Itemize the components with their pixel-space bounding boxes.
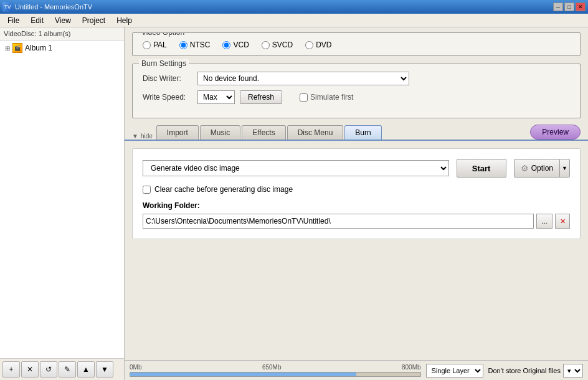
menu-edit[interactable]: Edit bbox=[26, 15, 49, 26]
simulate-label: Simulate first bbox=[310, 93, 353, 102]
format-vcd[interactable]: VCD bbox=[222, 40, 249, 49]
titlebar-controls: ─ □ ✕ bbox=[553, 2, 586, 11]
titlebar-title: TV Untitled - MemoriesOnTV bbox=[2, 2, 92, 12]
burn-settings-title: Burn Settings bbox=[139, 59, 189, 68]
format-pal[interactable]: PAL bbox=[143, 40, 167, 49]
left-panel-header: VideoDisc: 1 album(s) bbox=[0, 27, 124, 40]
progress-container: 0Mb 650Mb 800Mb bbox=[130, 364, 421, 377]
generate-row: Generate video disc image Burn to disc G… bbox=[143, 159, 570, 178]
move-down-button[interactable]: ▼ bbox=[96, 361, 113, 378]
tree-item-album[interactable]: ⊞ 🎬 Album 1 bbox=[0, 40, 124, 55]
menu-project[interactable]: Project bbox=[77, 15, 110, 26]
add-button[interactable]: + bbox=[2, 361, 20, 378]
menubar: File Edit View Project Help bbox=[0, 14, 588, 27]
option-dropdown-arrow[interactable]: ▼ bbox=[560, 159, 570, 178]
start-button[interactable]: Start bbox=[457, 159, 506, 178]
album-label: Album 1 bbox=[25, 44, 52, 52]
menu-view[interactable]: View bbox=[50, 15, 76, 26]
write-speed-row: Write Speed: Max Refresh Simulate first bbox=[143, 90, 570, 104]
remove-button[interactable]: ✕ bbox=[21, 361, 39, 378]
tab-content: Generate video disc image Burn to disc G… bbox=[125, 140, 588, 360]
refresh-button[interactable]: Refresh bbox=[240, 90, 282, 104]
clear-cache-checkbox[interactable] bbox=[143, 186, 151, 194]
minimize-button[interactable]: ─ bbox=[553, 2, 563, 11]
undo-button[interactable]: ↺ bbox=[40, 361, 57, 378]
tab-strip: ▼ hide Import Music Effects Disc Menu Bu… bbox=[125, 121, 588, 140]
edit-button[interactable]: ✎ bbox=[59, 361, 76, 378]
menu-help[interactable]: Help bbox=[111, 15, 137, 26]
video-option-content: PAL NTSC VCD SVCD bbox=[133, 33, 580, 55]
folder-path-input[interactable] bbox=[143, 214, 534, 229]
left-toolbar: + ✕ ↺ ✎ ▲ ▼ bbox=[0, 358, 124, 380]
progress-labels: 0Mb 650Mb 800Mb bbox=[130, 364, 421, 371]
progress-label-end: 800Mb bbox=[402, 364, 421, 371]
dont-store-row: Don't store Original files ▾ bbox=[488, 364, 583, 378]
format-svcd[interactable]: SVCD bbox=[262, 40, 293, 49]
vcd-radio[interactable] bbox=[222, 41, 230, 49]
clear-cache-row: Clear cache before generating disc image bbox=[143, 185, 570, 194]
menu-file[interactable]: File bbox=[2, 15, 24, 26]
pal-radio[interactable] bbox=[143, 41, 151, 49]
svcd-radio[interactable] bbox=[262, 41, 270, 49]
ntsc-label: NTSC bbox=[190, 40, 211, 49]
clear-path-button[interactable]: ✕ bbox=[555, 214, 570, 229]
write-speed-select[interactable]: Max bbox=[197, 90, 235, 104]
window-title: Untitled - MemoriesOnTV bbox=[15, 3, 92, 11]
clear-cache-label: Clear cache before generating disc image bbox=[154, 185, 293, 194]
simulate-checkbox[interactable] bbox=[300, 93, 308, 102]
svcd-label: SVCD bbox=[272, 40, 293, 49]
format-dvd[interactable]: DVD bbox=[305, 40, 331, 49]
tab-disc-menu[interactable]: Disc Menu bbox=[287, 125, 344, 140]
progress-label-start: 0Mb bbox=[130, 364, 141, 371]
write-speed-label: Write Speed: bbox=[143, 93, 192, 102]
dont-store-label: Don't store Original files bbox=[488, 367, 561, 374]
ntsc-radio[interactable] bbox=[179, 41, 187, 49]
disc-writer-label: Disc Writer: bbox=[143, 74, 192, 83]
close-button[interactable]: ✕ bbox=[576, 2, 586, 11]
right-panel: Video Option PAL NTSC VCD bbox=[125, 27, 588, 380]
dvd-radio[interactable] bbox=[305, 41, 313, 49]
vcd-label: VCD bbox=[233, 40, 249, 49]
move-up-button[interactable]: ▲ bbox=[77, 361, 95, 378]
disc-writer-select[interactable]: No device found. bbox=[197, 72, 409, 85]
format-ntsc[interactable]: NTSC bbox=[179, 40, 211, 49]
expand-icon: ⊞ bbox=[5, 45, 10, 52]
option-btn-group: ⚙ Option ▼ bbox=[514, 159, 570, 178]
main-layout: VideoDisc: 1 album(s) ⊞ 🎬 Album 1 + ✕ ↺ … bbox=[0, 27, 588, 380]
album-icon: 🎬 bbox=[12, 43, 22, 53]
burn-tab-content: Generate video disc image Burn to disc G… bbox=[132, 148, 581, 239]
option-button[interactable]: ⚙ Option bbox=[514, 159, 560, 178]
tab-import[interactable]: Import bbox=[156, 125, 199, 140]
browse-button[interactable]: ... bbox=[536, 214, 552, 229]
dont-store-select[interactable]: ▾ bbox=[563, 364, 583, 378]
pal-label: PAL bbox=[153, 40, 167, 49]
app-icon: TV bbox=[2, 2, 12, 12]
status-bar: 0Mb 650Mb 800Mb Single Layer Dual Layer … bbox=[125, 360, 588, 380]
preview-button[interactable]: Preview bbox=[530, 125, 581, 140]
generate-select[interactable]: Generate video disc image Burn to disc G… bbox=[143, 160, 449, 176]
option-label: Option bbox=[531, 164, 553, 173]
progress-track bbox=[130, 372, 421, 377]
video-option-group: Video Option PAL NTSC VCD bbox=[132, 32, 581, 56]
simulate-row: Simulate first bbox=[300, 93, 353, 102]
hide-label[interactable]: hide bbox=[141, 133, 153, 140]
dvd-label: DVD bbox=[316, 40, 331, 49]
tab-music[interactable]: Music bbox=[200, 125, 240, 140]
maximize-button[interactable]: □ bbox=[564, 2, 574, 11]
tab-effects[interactable]: Effects bbox=[242, 125, 285, 140]
titlebar: TV Untitled - MemoriesOnTV ─ □ ✕ bbox=[0, 0, 588, 14]
tab-burn[interactable]: Burn bbox=[344, 125, 381, 140]
working-folder-label: Working Folder: bbox=[143, 201, 570, 210]
layer-select[interactable]: Single Layer Dual Layer bbox=[426, 364, 483, 378]
video-format-group: PAL NTSC VCD SVCD bbox=[143, 40, 570, 49]
progress-label-mid: 650Mb bbox=[262, 364, 282, 371]
burn-settings-group: Burn Settings Disc Writer: No device fou… bbox=[132, 64, 581, 118]
gear-icon: ⚙ bbox=[521, 163, 529, 173]
disc-writer-row: Disc Writer: No device found. bbox=[143, 72, 570, 85]
folder-input-row: ... ✕ bbox=[143, 214, 570, 229]
video-option-title: Video Option bbox=[139, 32, 187, 37]
burn-settings-content: Disc Writer: No device found. Write Spee… bbox=[133, 64, 580, 115]
left-panel: VideoDisc: 1 album(s) ⊞ 🎬 Album 1 + ✕ ↺ … bbox=[0, 27, 125, 380]
